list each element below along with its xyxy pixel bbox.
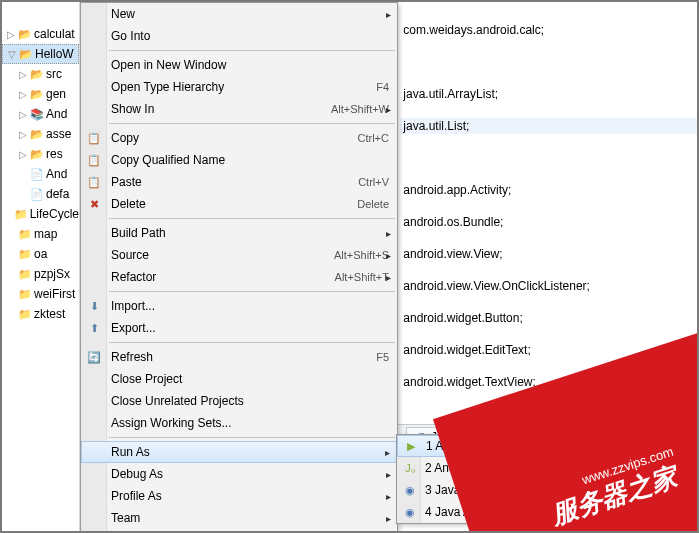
run-as-2-android-junit-test[interactable]: Jᵤ2 Android JUnit Test: [397, 457, 595, 479]
menu-label: Run As: [111, 445, 389, 459]
tree-item-lifecycle[interactable]: 📁LifeCycle: [2, 204, 79, 224]
submenu-arrow-icon: ▸: [386, 104, 391, 115]
tree-item-label: And: [46, 167, 67, 181]
menu-label: Profile As: [111, 489, 389, 503]
code-line: android.os.Bundle;: [400, 214, 699, 230]
menu-close-unrelated-projects[interactable]: Close Unrelated Projects: [81, 390, 397, 412]
menu-copy-qualified-name[interactable]: 📋Copy Qualified Name: [81, 149, 397, 171]
menu-refactor[interactable]: RefactorAlt+Shift+T▸: [81, 266, 397, 288]
tree-item-and[interactable]: ▷📚And: [2, 104, 79, 124]
menu-label: Copy Qualified Name: [111, 153, 389, 167]
expand-arrow-icon[interactable]: ▷: [18, 149, 28, 160]
tree-item-label: src: [46, 67, 62, 81]
submenu-arrow-icon: ▸: [386, 228, 391, 239]
tree-item-gen[interactable]: ▷📂gen: [2, 84, 79, 104]
code-line: com.weidays.android.calc;: [400, 22, 699, 38]
code-editor[interactable]: com.weidays.android.calc; java.util.Arra…: [398, 2, 699, 422]
tree-item-src[interactable]: ▷📂src: [2, 64, 79, 84]
menu-separator: [109, 218, 395, 219]
tree-item-asse[interactable]: ▷📂asse: [2, 124, 79, 144]
menu-label: Copy: [111, 131, 358, 145]
project-explorer[interactable]: ▷📂calculat▽📂HelloW▷📂src▷📂gen▷📚And▷📂asse▷…: [2, 2, 80, 533]
tree-item-map[interactable]: 📁map: [2, 224, 79, 244]
run-as-1-android-application[interactable]: ▶1 Android Application: [397, 435, 595, 457]
run-as-4-java-application[interactable]: ◉4 Java Application: [397, 501, 595, 523]
tree-item-pzpjsx[interactable]: 📁pzpjSx: [2, 264, 79, 284]
code-line: [400, 150, 699, 166]
expand-arrow-icon[interactable]: ▷: [6, 29, 16, 40]
menu-label: Source: [111, 248, 334, 262]
menu-separator: [109, 291, 395, 292]
android-icon: ▶: [403, 438, 419, 454]
expand-arrow-icon[interactable]: ▷: [18, 89, 28, 100]
menu-source[interactable]: SourceAlt+Shift+S▸: [81, 244, 397, 266]
project-open-icon: 📂: [18, 27, 32, 41]
tree-item-label: zktest: [34, 307, 65, 321]
run-as-submenu: ▶1 Android ApplicationJᵤ2 Android JUnit …: [396, 434, 596, 524]
menu-team[interactable]: Team▸: [81, 507, 397, 529]
tree-item-label: res: [46, 147, 63, 161]
tree-item-label: And: [46, 107, 67, 121]
tree-item-and[interactable]: 📄And: [2, 164, 79, 184]
tree-item-oa[interactable]: 📁oa: [2, 244, 79, 264]
menu-label: Refactor: [111, 270, 335, 284]
menu-label: Close Unrelated Projects: [111, 394, 389, 408]
menu-label: Open Type Hierarchy: [111, 80, 376, 94]
tree-item-defa[interactable]: 📄defa: [2, 184, 79, 204]
tree-item-zktest[interactable]: 📁zktest: [2, 304, 79, 324]
code-line: android.widget.TextView;: [400, 374, 699, 390]
menu-run-as[interactable]: Run As▸: [81, 441, 397, 463]
menu-label: 2 Android JUnit Test: [425, 461, 587, 475]
menu-label: Build Path: [111, 226, 389, 240]
menu-delete[interactable]: ✖DeleteDelete: [81, 193, 397, 215]
copy-icon: 📋: [86, 152, 102, 168]
context-menu: New▸Go IntoOpen in New WindowOpen Type H…: [80, 2, 398, 533]
run-as-3-java-applet[interactable]: ◉3 Java Applet: [397, 479, 595, 501]
menu-show-in[interactable]: Show InAlt+Shift+W▸: [81, 98, 397, 120]
expand-arrow-icon[interactable]: ▷: [18, 109, 28, 120]
expand-arrow-icon[interactable]: ▷: [18, 129, 28, 140]
menu-import[interactable]: ⬇Import...: [81, 295, 397, 317]
menu-separator: [109, 342, 395, 343]
menu-label: New: [111, 7, 389, 21]
submenu-arrow-icon: ▸: [385, 447, 390, 458]
menu-label: Show In: [111, 102, 331, 116]
tree-item-calculat[interactable]: ▷📂calculat: [2, 24, 79, 44]
menu-shortcut: Alt+Shift+S: [334, 249, 389, 261]
menu-close-project[interactable]: Close Project: [81, 368, 397, 390]
menu-debug-as[interactable]: Debug As▸: [81, 463, 397, 485]
menu-go-into[interactable]: Go Into: [81, 25, 397, 47]
submenu-arrow-icon: ▸: [386, 250, 391, 261]
menu-shortcut: Alt+Shift+T: [335, 271, 389, 283]
tree-item-label: defa: [46, 187, 69, 201]
export-icon: ⬆: [86, 320, 102, 336]
menu-profile-as[interactable]: Profile As▸: [81, 485, 397, 507]
applet-icon: ◉: [402, 482, 418, 498]
menu-assign-working-sets[interactable]: Assign Working Sets...: [81, 412, 397, 434]
code-line: java.util.ArrayList;: [400, 86, 699, 102]
code-line: [400, 54, 699, 70]
menu-paste[interactable]: 📋PasteCtrl+V: [81, 171, 397, 193]
copy-icon: 📋: [86, 130, 102, 146]
code-line: android.view.View;: [400, 246, 699, 262]
menu-copy[interactable]: 📋CopyCtrl+C: [81, 127, 397, 149]
folder-icon: 📂: [30, 67, 44, 81]
tree-item-hellow[interactable]: ▽📂HelloW: [2, 44, 79, 64]
menu-open-type-hierarchy[interactable]: Open Type HierarchyF4: [81, 76, 397, 98]
tree-item-res[interactable]: ▷📂res: [2, 144, 79, 164]
menu-export[interactable]: ⬆Export...: [81, 317, 397, 339]
menu-refresh[interactable]: 🔄RefreshF5: [81, 346, 397, 368]
expand-arrow-icon[interactable]: ▽: [7, 49, 17, 60]
menu-new[interactable]: New▸: [81, 3, 397, 25]
menu-label: Team: [111, 511, 389, 525]
folder-closed-icon: 📁: [18, 227, 32, 241]
folder-closed-icon: 📁: [18, 247, 32, 261]
menu-build-path[interactable]: Build Path▸: [81, 222, 397, 244]
submenu-arrow-icon: ▸: [386, 513, 391, 524]
tree-item-weifirst[interactable]: 📁weiFirst: [2, 284, 79, 304]
expand-arrow-icon[interactable]: ▷: [18, 69, 28, 80]
folder-icon: 📂: [30, 127, 44, 141]
menu-label: Paste: [111, 175, 358, 189]
menu-open-in-new-window[interactable]: Open in New Window: [81, 54, 397, 76]
import-icon: ⬇: [86, 298, 102, 314]
